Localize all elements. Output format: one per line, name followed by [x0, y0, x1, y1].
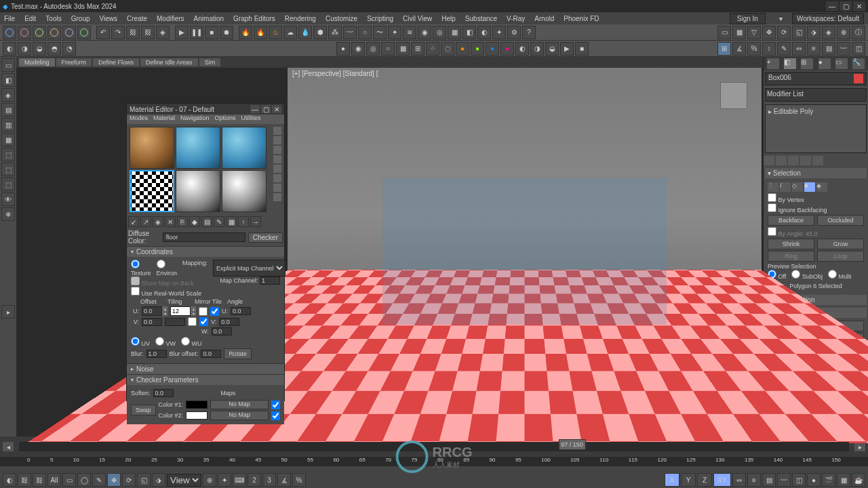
minimize-button[interactable]: — [826, 1, 838, 11]
material-type-button[interactable]: Checker [248, 232, 283, 243]
vw-radio[interactable]: VW [155, 337, 176, 347]
material-slot-2[interactable] [176, 127, 220, 169]
map1-button[interactable]: No Map [210, 400, 269, 409]
me-maximize-icon[interactable]: ▢ [261, 105, 271, 113]
menu-rendering[interactable]: Rendering [285, 15, 316, 22]
bt-move-icon[interactable]: ✥ [107, 473, 121, 487]
subobj-edge-icon[interactable]: / [780, 182, 791, 192]
me-side-4[interactable] [273, 155, 281, 163]
bt-paint-icon[interactable]: ✎ [92, 473, 106, 487]
cylinder-icon[interactable] [33, 26, 46, 39]
coordinates-header[interactable]: Coordinates [127, 247, 284, 257]
u-tiling-down[interactable]: ▾ [191, 311, 196, 316]
stack-item[interactable]: ▸ Editable Poly [768, 108, 863, 115]
me-side-5[interactable] [273, 165, 281, 173]
lt-layer2[interactable]: ▥ [1, 118, 15, 131]
soften-input[interactable] [153, 389, 174, 397]
material-slot-6[interactable] [222, 170, 267, 212]
grow-button[interactable]: Grow [817, 239, 864, 249]
u-tiling-input[interactable] [170, 306, 191, 316]
emitter-icon[interactable]: ◉ [418, 26, 431, 39]
y-constraint-button[interactable]: Y [681, 473, 696, 487]
tb2-3[interactable]: ◒ [33, 42, 46, 56]
lt-select[interactable]: ▭ [1, 58, 15, 72]
environ-radio[interactable]: Environ [157, 260, 178, 277]
modifier-list-dropdown[interactable]: Modifier List [765, 88, 867, 102]
move-icon[interactable]: ✥ [762, 26, 776, 39]
redo-icon[interactable]: ↷ [111, 26, 125, 39]
preview-multi-radio[interactable]: Multi [828, 270, 852, 280]
wind-icon[interactable]: 〰 [343, 26, 357, 39]
menu-civil-view[interactable]: Civil View [403, 15, 432, 22]
z-constraint-button[interactable]: Z [697, 473, 712, 487]
by-vertex-check[interactable]: By Vertex [768, 197, 804, 203]
settings-icon[interactable]: ⚙ [507, 26, 521, 39]
menu-create[interactable]: Create [127, 15, 147, 22]
me-assign-icon[interactable]: ◈ [153, 216, 163, 227]
viewcube-icon[interactable] [720, 82, 747, 109]
tb2-4[interactable]: ◓ [47, 42, 61, 56]
viewport[interactable]: [+] [Perspective] [Standard] [ [288, 68, 762, 435]
cp-create-tab-icon[interactable]: + [767, 58, 779, 69]
bt-scale-icon[interactable]: ◱ [137, 473, 151, 487]
preview-subobj-radio[interactable]: SubObj [791, 270, 823, 280]
map2-check[interactable] [271, 411, 280, 420]
me-side-7[interactable] [273, 184, 281, 192]
ignore-backfacing-check[interactable]: Ignore Backfacing [768, 207, 827, 214]
bt-curve-icon[interactable]: 〰 [777, 473, 791, 487]
cache-icon[interactable]: ◧ [462, 26, 476, 39]
shrink-button[interactable]: Shrink [768, 239, 814, 249]
bt-angle-icon[interactable]: ∡ [277, 473, 291, 487]
select-icon[interactable]: ▭ [717, 26, 731, 39]
foam-icon[interactable]: ○ [358, 26, 372, 39]
u-offset-down[interactable]: ▾ [162, 311, 167, 316]
curve-icon[interactable]: 〰 [837, 42, 850, 56]
me-go-parent-icon[interactable]: ↑ [238, 216, 249, 227]
maximize-button[interactable]: ▢ [840, 1, 852, 11]
close-button[interactable]: ✕ [853, 1, 865, 11]
menu-phoenix[interactable]: Phoenix FD [564, 15, 599, 22]
bt-rotate-icon[interactable]: ⟳ [122, 473, 136, 487]
occluded-button[interactable]: Occluded [817, 215, 864, 226]
place-icon[interactable]: ⬗ [807, 26, 821, 39]
me-copy-icon[interactable]: ⎘ [177, 216, 188, 227]
tab-modeling[interactable]: Modeling [19, 58, 55, 66]
me-put-library-icon[interactable]: ▤ [201, 216, 212, 227]
tb2-sphere5[interactable]: ◐ [515, 42, 529, 56]
me-menu-utilities[interactable]: Utilities [241, 115, 261, 124]
bt-link-icon[interactable]: ⛓ [18, 473, 31, 487]
bt-lasso-icon[interactable]: ◯ [77, 473, 91, 487]
me-side-8[interactable] [273, 193, 281, 201]
u-tile-check[interactable] [210, 307, 219, 316]
xy-constraint-button[interactable]: XY [713, 473, 731, 487]
bt-unlink-icon[interactable]: ⛓ [33, 473, 46, 487]
map2-button[interactable]: No Map [210, 411, 269, 420]
timeline-prev-icon[interactable]: ◂ [3, 442, 14, 451]
checker-params-header[interactable]: Checker Parameters [127, 375, 284, 385]
fire-icon[interactable]: 🔥 [239, 26, 252, 39]
render-icon[interactable]: ◐ [477, 26, 491, 39]
stack-show-icon[interactable] [776, 156, 787, 165]
play-icon[interactable]: ▶ [175, 26, 189, 39]
v-mirror-check[interactable] [188, 317, 197, 326]
v-tile-check[interactable] [199, 317, 208, 326]
subobj-polygon-icon[interactable]: ■ [804, 182, 815, 192]
fluid-icon[interactable]: ⬢ [313, 26, 327, 39]
bt-3d-snap-icon[interactable]: 3 [262, 473, 276, 487]
selection-rollup-header[interactable]: ▾ Selection [765, 168, 867, 178]
tb2-sphere6[interactable]: ◑ [530, 42, 544, 56]
color1-swatch[interactable] [186, 401, 208, 409]
me-put-material-icon[interactable]: ↗ [140, 216, 151, 227]
tab-idle[interactable]: Define Idle Areas [140, 58, 198, 66]
bt-render-icon[interactable]: ☕ [852, 473, 865, 487]
tb2-sphere3[interactable]: ● [486, 42, 499, 56]
unlink-icon[interactable]: ⛓ [141, 26, 155, 39]
bt-maxscript-icon[interactable]: ◐ [3, 473, 16, 487]
edit-named-icon[interactable]: ✎ [777, 42, 791, 56]
menu-help[interactable]: Help [441, 15, 456, 22]
lt-layer3[interactable]: ▦ [1, 133, 15, 146]
blur-input[interactable] [146, 350, 167, 358]
menu-edit[interactable]: Edit [24, 15, 36, 22]
mesh-icon[interactable]: ▦ [448, 26, 461, 39]
material-name-input[interactable] [163, 232, 245, 242]
